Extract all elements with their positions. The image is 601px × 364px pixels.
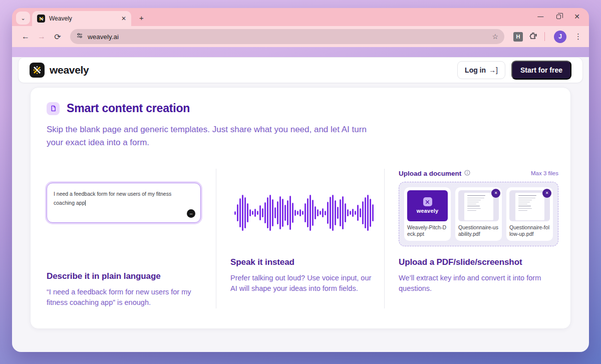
file-card[interactable]: weavely Weavely-Pitch-Deck.ppt: [404, 187, 451, 241]
waveform-bar: [335, 200, 336, 225]
describe-body: “I need a feedback form for new users fo…: [47, 287, 203, 309]
login-arrow-icon: →]: [489, 66, 498, 74]
weavely-favicon-icon: [37, 15, 45, 23]
prompt-input-value: I need a feedback form for new users of …: [54, 191, 171, 206]
minimize-button[interactable]: —: [537, 13, 543, 20]
tab-search-button[interactable]: ⌄: [16, 12, 30, 25]
tab-close-icon[interactable]: ✕: [121, 15, 126, 22]
waveform-bar: [325, 211, 326, 215]
file-card[interactable]: ✕ Questionnaire-follow-up.pdf: [506, 187, 553, 241]
waveform-bar: [330, 197, 331, 229]
remove-file-button[interactable]: ✕: [491, 189, 500, 198]
new-tab-button[interactable]: +: [139, 14, 144, 22]
cta-label: Start for free: [520, 66, 562, 74]
document-preview: [464, 193, 493, 220]
waveform-bar: [239, 198, 241, 227]
waveform-bar: [277, 201, 278, 224]
describe-heading: Describe it in plain language: [47, 271, 203, 281]
waveform-bar: [269, 195, 271, 231]
info-icon[interactable]: [464, 170, 470, 177]
waveform-bar: [312, 200, 314, 226]
brand-logo-group[interactable]: weavely: [30, 63, 89, 78]
smart-content-section: Smart content creation Skip the blank pa…: [30, 87, 571, 329]
waveform-bar: [352, 209, 354, 217]
waveform-bar: [332, 195, 334, 231]
waveform-bar: [282, 199, 283, 227]
file-card[interactable]: ✕ Questionnaire-usability.pdf: [455, 187, 502, 241]
prompt-input[interactable]: I need a feedback form for new users of …: [47, 183, 201, 223]
waveform-bar: [259, 205, 261, 220]
waveform-bar: [317, 209, 319, 216]
upload-column: Upload a document Max 3 files: [384, 169, 565, 309]
waveform-bar: [372, 204, 374, 221]
waveform-bar: [287, 200, 288, 225]
weavely-logo-icon: [30, 63, 45, 78]
waveform-bar: [257, 211, 258, 215]
waveform-bar: [327, 202, 329, 224]
waveform-bar: [264, 202, 266, 223]
prompt-action-button[interactable]: ↔: [187, 209, 195, 218]
site-settings-icon[interactable]: [76, 32, 83, 41]
waveform-bar: [315, 206, 316, 219]
upload-label: Upload a document: [399, 170, 461, 177]
profile-avatar[interactable]: J: [554, 31, 566, 43]
waveform-bar: [357, 205, 359, 221]
voice-waveform: [230, 169, 377, 257]
url-text[interactable]: weavely.ai: [88, 33, 487, 41]
address-bar[interactable]: weavely.ai ☆: [70, 29, 504, 44]
waveform-bar: [289, 196, 291, 230]
browser-menu-icon[interactable]: ⋮: [574, 32, 582, 41]
waveform-bar: [272, 199, 273, 226]
describe-column: I need a feedback form for new users of …: [47, 169, 216, 309]
close-window-button[interactable]: ✕: [574, 13, 580, 21]
waveform-bar: [367, 195, 369, 231]
reload-button[interactable]: ⟳: [51, 32, 64, 42]
close-icon: ✕: [545, 191, 549, 195]
waveform-bar: [322, 208, 324, 217]
document-badge-icon: [47, 102, 60, 115]
waveform-bar: [244, 197, 246, 228]
speak-body: Prefer talking out loud? Use voice input…: [230, 273, 377, 295]
waveform-bar: [237, 204, 238, 221]
upload-body: We’ll extract key info and convert it in…: [399, 273, 556, 295]
start-for-free-button[interactable]: Start for free: [511, 61, 571, 80]
waveform-bar: [297, 211, 298, 215]
waveform-bar: [234, 211, 236, 215]
login-button[interactable]: Log in →]: [457, 61, 505, 79]
extensions-puzzle-icon[interactable]: [529, 32, 537, 42]
waveform-bar: [340, 199, 341, 226]
waveform-bar: [249, 209, 251, 216]
remove-file-button[interactable]: ✕: [542, 189, 551, 198]
waveform-bar: [299, 209, 301, 216]
waveform-bar: [254, 209, 256, 217]
chevron-down-icon: ⌄: [21, 15, 25, 22]
waveform-bar: [279, 196, 281, 229]
bookmark-star-icon[interactable]: ☆: [492, 33, 498, 41]
forward-button[interactable]: →: [35, 32, 48, 41]
restore-button[interactable]: [556, 15, 561, 19]
browser-tab[interactable]: Weavely ✕: [32, 11, 131, 26]
site-header: weavely Log in →] Start for free: [18, 57, 583, 83]
browser-toolbar: ← → ⟳ weavely.ai ☆ H J ⋮: [12, 26, 589, 47]
arrows-icon: ↔: [189, 211, 193, 216]
upload-dropzone[interactable]: weavely Weavely-Pitch-Deck.ppt: [399, 182, 558, 246]
file-name: Questionnaire-follow-up.pdf: [509, 224, 550, 238]
tab-strip: ⌄ Weavely ✕ + — ✕: [12, 8, 589, 26]
waveform-bar: [307, 198, 309, 227]
waveform-bar: [247, 203, 248, 222]
upload-heading: Upload a PDF/slide/screenshot: [399, 257, 558, 267]
waveform-bar: [292, 203, 293, 223]
file-name: Questionnaire-usability.pdf: [458, 224, 499, 238]
waveform-bar: [365, 197, 366, 228]
waveform-bar: [350, 211, 351, 215]
thumb-brand-text: weavely: [417, 208, 439, 214]
login-label: Log in: [465, 66, 486, 74]
pitch-deck-thumbnail: weavely: [407, 190, 448, 221]
waveform-bar: [252, 211, 253, 215]
waveform-bar: [370, 199, 371, 227]
waveform-bar: [345, 203, 346, 222]
document-preview: [515, 193, 544, 220]
waveform-bar: [242, 195, 243, 231]
extension-h-icon[interactable]: H: [513, 32, 523, 42]
back-button[interactable]: ←: [19, 32, 32, 41]
